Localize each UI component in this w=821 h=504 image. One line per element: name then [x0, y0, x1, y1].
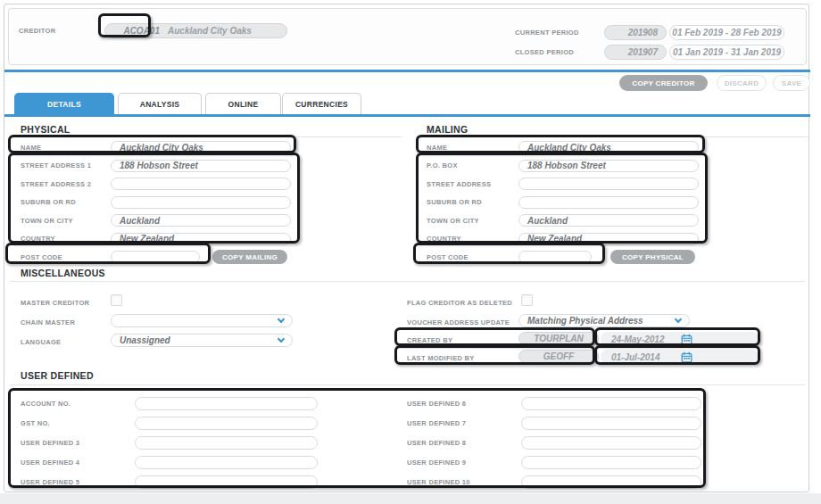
- field-row: SUBURB OR RD: [416, 194, 809, 212]
- physical-street1-input[interactable]: 188 Hobson Street: [111, 160, 291, 172]
- current-period-range: 01 Feb 2019 - 28 Feb 2019: [669, 25, 784, 40]
- app-frame: CREDITOR ACOA01 Auckland City Oaks CURRE…: [4, 4, 809, 492]
- current-period-code: 201908: [604, 25, 667, 40]
- creditor-name-value: Auckland City Oaks: [168, 26, 252, 36]
- user-defined-8-input[interactable]: [521, 436, 701, 450]
- voucher-address-update-select[interactable]: Matching Physical Address: [518, 314, 690, 327]
- field-row: POST CODE COPY PHYSICAL: [416, 248, 809, 267]
- field-value: Auckland City Oaks: [527, 143, 611, 153]
- physical-country-input[interactable]: New Zealand: [111, 233, 291, 245]
- miscellaneous-title-rule: [10, 281, 805, 282]
- physical-section-title: PHYSICAL: [21, 124, 70, 135]
- field-label: COUNTRY: [10, 235, 111, 243]
- physical-name-input[interactable]: Auckland City Oaks: [111, 141, 291, 153]
- flag-deleted-checkbox[interactable]: [521, 294, 533, 306]
- copy-mailing-button[interactable]: COPY MAILING: [212, 250, 287, 264]
- field-label: USER DEFINED 5: [10, 478, 135, 486]
- mailing-country-input[interactable]: New Zealand: [518, 233, 699, 245]
- field-label: USER DEFINED 7: [403, 419, 521, 427]
- mailing-town-input[interactable]: Auckland: [518, 214, 699, 227]
- field-row: ACCOUNT NO.: [10, 393, 402, 413]
- creditor-screen: CREDITOR ACOA01 Auckland City Oaks CURRE…: [0, 0, 821, 504]
- mailing-pobox-input[interactable]: 188 Hobson Street: [518, 160, 699, 172]
- field-row: USER DEFINED 3: [10, 433, 402, 452]
- field-row: POST CODE COPY MAILING: [10, 248, 402, 267]
- save-button[interactable]: SAVE: [773, 75, 810, 91]
- user-defined-6-input[interactable]: [521, 397, 701, 410]
- user-defined-section-title: USER DEFINED: [21, 370, 94, 381]
- user-defined-10-input[interactable]: [521, 475, 701, 489]
- closed-period-range: 01 Jan 2019 - 31 Jan 2019: [669, 45, 784, 60]
- field-label: ACCOUNT NO.: [10, 400, 135, 408]
- mailing-name-input[interactable]: Auckland City Oaks: [518, 141, 699, 153]
- closed-period-label: CLOSED PERIOD: [515, 48, 604, 56]
- account-no-input[interactable]: [135, 397, 318, 410]
- physical-postcode-input[interactable]: [111, 251, 200, 263]
- user-defined-title-rule: [10, 384, 805, 385]
- header-divider: [4, 70, 810, 72]
- current-period-row: CURRENT PERIOD 201908 01 Feb 2019 - 28 F…: [515, 24, 784, 40]
- field-row: USER DEFINED 8: [403, 433, 801, 452]
- creditor-code-value: ACOA01: [113, 26, 160, 36]
- field-label: SUBURB OR RD: [416, 198, 518, 206]
- field-row: STREET ADDRESS 1 188 Hobson Street: [10, 157, 402, 176]
- calendar-icon[interactable]: [681, 351, 692, 363]
- creditor-code-field[interactable]: ACOA01 Auckland City Oaks: [104, 23, 287, 38]
- gst-no-input[interactable]: [135, 417, 318, 430]
- field-value: 188 Hobson Street: [120, 161, 198, 170]
- field-label: NAME: [416, 144, 518, 152]
- field-label: GST NO.: [10, 419, 135, 427]
- field-row: USER DEFINED 7: [403, 413, 801, 433]
- page-background-strip: [0, 493, 821, 504]
- physical-title-rule: [10, 136, 402, 137]
- copy-creditor-button[interactable]: COPY CREDITOR: [619, 75, 708, 91]
- field-row: STREET ADDRESS 2: [10, 175, 402, 194]
- tab-details[interactable]: DETAILS: [14, 93, 114, 114]
- chevron-down-icon: [675, 316, 682, 323]
- field-label: NAME: [10, 144, 111, 152]
- mailing-street-input[interactable]: [518, 178, 699, 190]
- chevron-down-icon: [278, 316, 285, 323]
- calendar-icon[interactable]: [681, 334, 692, 345]
- mailing-suburb-input[interactable]: [518, 196, 699, 209]
- creditor-header-panel: CREDITOR ACOA01 Auckland City Oaks CURRE…: [8, 8, 807, 65]
- field-value: Auckland City Oaks: [120, 143, 203, 153]
- created-date-value: 24-May-2012: [611, 335, 681, 344]
- discard-button[interactable]: DISCARD: [717, 75, 767, 91]
- tab-analysis[interactable]: ANALYSIS: [118, 93, 202, 114]
- physical-suburb-input[interactable]: [111, 196, 291, 209]
- field-value: New Zealand: [527, 234, 582, 244]
- tab-online[interactable]: ONLINE: [205, 93, 281, 114]
- user-defined-7-input[interactable]: [521, 417, 701, 430]
- physical-town-input[interactable]: Auckland: [111, 214, 291, 227]
- field-row: USER DEFINED 10: [403, 472, 801, 492]
- field-label: COUNTRY: [416, 235, 518, 243]
- chain-master-select[interactable]: [111, 314, 293, 327]
- created-by-value: TOURPLAN: [518, 332, 599, 345]
- user-defined-3-input[interactable]: [135, 436, 318, 450]
- mailing-postcode-input[interactable]: [518, 251, 592, 263]
- user-defined-9-input[interactable]: [521, 456, 701, 469]
- last-modified-date-field[interactable]: 01-Jul-2014: [601, 350, 759, 364]
- field-label: TOWN OR CITY: [416, 217, 518, 225]
- field-label: STREET ADDRESS 1: [10, 161, 111, 169]
- field-row: USER DEFINED 6: [403, 393, 801, 413]
- tab-underline: [4, 114, 810, 117]
- copy-physical-button[interactable]: COPY PHYSICAL: [610, 250, 695, 264]
- current-period-label: CURRENT PERIOD: [515, 29, 604, 37]
- created-date-field[interactable]: 24-May-2012: [601, 332, 759, 346]
- user-defined-5-input[interactable]: [135, 475, 318, 489]
- language-select[interactable]: Unassigned: [111, 334, 293, 347]
- mailing-title-rule: [416, 136, 809, 137]
- master-creditor-checkbox[interactable]: [111, 294, 122, 306]
- field-label: USER DEFINED 9: [403, 459, 521, 467]
- field-label: TOWN OR CITY: [10, 217, 111, 225]
- user-defined-4-input[interactable]: [135, 456, 318, 469]
- mailing-section-title: MAILING: [427, 124, 468, 135]
- flag-deleted-label: FLAG CREDITOR AS DELETED: [407, 299, 512, 307]
- creditor-label: CREDITOR: [19, 27, 104, 35]
- tab-currencies[interactable]: CURRENCIES: [282, 93, 361, 114]
- last-modified-by-value: GEOFF: [518, 350, 599, 363]
- physical-street2-input[interactable]: [111, 178, 291, 190]
- field-label: P.O. BOX: [416, 161, 518, 169]
